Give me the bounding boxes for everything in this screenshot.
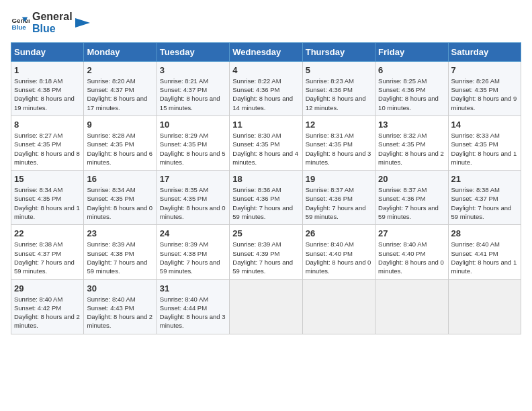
- day-cell: 26 Sunrise: 8:40 AM Sunset: 4:40 PM Dayl…: [302, 225, 375, 279]
- day-info: Sunrise: 8:25 AM Sunset: 4:36 PM Dayligh…: [378, 77, 445, 112]
- day-cell: 30 Sunrise: 8:40 AM Sunset: 4:43 PM Dayl…: [84, 279, 157, 334]
- calendar-table: SundayMondayTuesdayWednesdayThursdayFrid…: [11, 42, 521, 334]
- day-number: 17: [160, 174, 226, 184]
- day-cell: [302, 279, 375, 334]
- day-info: Sunrise: 8:33 AM Sunset: 4:35 PM Dayligh…: [451, 131, 518, 167]
- day-number: 5: [306, 65, 372, 75]
- day-number: 25: [232, 228, 299, 238]
- day-cell: 2 Sunrise: 8:20 AM Sunset: 4:37 PM Dayli…: [84, 61, 157, 116]
- day-cell: 25 Sunrise: 8:39 AM Sunset: 4:39 PM Dayl…: [230, 225, 302, 279]
- day-info: Sunrise: 8:20 AM Sunset: 4:37 PM Dayligh…: [87, 77, 153, 112]
- week-row-5: 29 Sunrise: 8:40 AM Sunset: 4:42 PM Dayl…: [11, 279, 521, 334]
- day-info: Sunrise: 8:40 AM Sunset: 4:40 PM Dayligh…: [378, 240, 445, 275]
- day-number: 27: [378, 228, 445, 238]
- day-cell: 15 Sunrise: 8:34 AM Sunset: 4:35 PM Dayl…: [11, 171, 84, 225]
- day-info: Sunrise: 8:27 AM Sunset: 4:35 PM Dayligh…: [14, 131, 81, 167]
- day-number: 22: [14, 228, 81, 238]
- day-number: 9: [87, 120, 153, 130]
- column-header-saturday: Saturday: [448, 42, 521, 61]
- day-cell: 27 Sunrise: 8:40 AM Sunset: 4:40 PM Dayl…: [375, 225, 448, 279]
- day-cell: 8 Sunrise: 8:27 AM Sunset: 4:35 PM Dayli…: [11, 116, 84, 170]
- week-row-3: 15 Sunrise: 8:34 AM Sunset: 4:35 PM Dayl…: [11, 171, 521, 225]
- day-info: Sunrise: 8:22 AM Sunset: 4:36 PM Dayligh…: [232, 77, 299, 112]
- day-info: Sunrise: 8:39 AM Sunset: 4:38 PM Dayligh…: [87, 240, 153, 275]
- day-info: Sunrise: 8:34 AM Sunset: 4:35 PM Dayligh…: [14, 185, 81, 221]
- svg-text:Blue: Blue: [11, 24, 26, 31]
- day-cell: [375, 279, 448, 334]
- day-cell: 7 Sunrise: 8:26 AM Sunset: 4:35 PM Dayli…: [448, 61, 521, 116]
- column-header-sunday: Sunday: [11, 42, 84, 61]
- day-number: 31: [160, 283, 226, 293]
- day-number: 24: [160, 228, 226, 238]
- day-cell: [230, 279, 302, 334]
- day-cell: 11 Sunrise: 8:30 AM Sunset: 4:35 PM Dayl…: [230, 116, 302, 170]
- day-cell: 5 Sunrise: 8:23 AM Sunset: 4:36 PM Dayli…: [302, 61, 375, 116]
- day-info: Sunrise: 8:39 AM Sunset: 4:38 PM Dayligh…: [160, 240, 226, 275]
- column-header-tuesday: Tuesday: [157, 42, 229, 61]
- day-info: Sunrise: 8:40 AM Sunset: 4:44 PM Dayligh…: [160, 295, 226, 330]
- day-info: Sunrise: 8:36 AM Sunset: 4:36 PM Dayligh…: [232, 185, 299, 221]
- day-info: Sunrise: 8:40 AM Sunset: 4:43 PM Dayligh…: [87, 295, 153, 330]
- day-info: Sunrise: 8:40 AM Sunset: 4:41 PM Dayligh…: [451, 240, 518, 275]
- day-cell: 4 Sunrise: 8:22 AM Sunset: 4:36 PM Dayli…: [230, 61, 302, 116]
- day-number: 4: [232, 65, 299, 75]
- day-number: 14: [451, 120, 518, 130]
- column-header-monday: Monday: [84, 42, 157, 61]
- logo-blue: Blue: [32, 23, 73, 35]
- day-cell: 29 Sunrise: 8:40 AM Sunset: 4:42 PM Dayl…: [11, 279, 84, 334]
- day-number: 8: [14, 120, 81, 130]
- day-cell: 6 Sunrise: 8:25 AM Sunset: 4:36 PM Dayli…: [375, 61, 448, 116]
- logo-icon: General Blue: [11, 13, 30, 32]
- day-info: Sunrise: 8:35 AM Sunset: 4:35 PM Dayligh…: [160, 185, 226, 221]
- day-info: Sunrise: 8:37 AM Sunset: 4:36 PM Dayligh…: [306, 185, 372, 221]
- day-info: Sunrise: 8:28 AM Sunset: 4:35 PM Dayligh…: [87, 131, 153, 167]
- day-cell: 18 Sunrise: 8:36 AM Sunset: 4:36 PM Dayl…: [230, 171, 302, 225]
- day-info: Sunrise: 8:23 AM Sunset: 4:36 PM Dayligh…: [306, 77, 372, 112]
- day-number: 16: [87, 174, 153, 184]
- day-info: Sunrise: 8:39 AM Sunset: 4:39 PM Dayligh…: [232, 240, 299, 275]
- day-number: 21: [451, 174, 518, 184]
- day-number: 15: [14, 174, 81, 184]
- day-info: Sunrise: 8:40 AM Sunset: 4:40 PM Dayligh…: [306, 240, 372, 275]
- day-number: 6: [378, 65, 445, 75]
- day-info: Sunrise: 8:38 AM Sunset: 4:37 PM Dayligh…: [14, 240, 81, 275]
- logo-arrow-icon: [75, 15, 90, 30]
- day-info: Sunrise: 8:21 AM Sunset: 4:37 PM Dayligh…: [160, 77, 226, 112]
- day-number: 12: [306, 120, 372, 130]
- day-cell: 28 Sunrise: 8:40 AM Sunset: 4:41 PM Dayl…: [448, 225, 521, 279]
- day-number: 11: [232, 120, 299, 130]
- day-cell: 23 Sunrise: 8:39 AM Sunset: 4:38 PM Dayl…: [84, 225, 157, 279]
- day-info: Sunrise: 8:32 AM Sunset: 4:35 PM Dayligh…: [378, 131, 445, 167]
- day-info: Sunrise: 8:30 AM Sunset: 4:35 PM Dayligh…: [232, 131, 299, 167]
- svg-marker-3: [75, 18, 90, 28]
- column-header-friday: Friday: [375, 42, 448, 61]
- day-info: Sunrise: 8:31 AM Sunset: 4:35 PM Dayligh…: [306, 131, 372, 167]
- day-number: 7: [451, 65, 518, 75]
- day-cell: 19 Sunrise: 8:37 AM Sunset: 4:36 PM Dayl…: [302, 171, 375, 225]
- day-number: 30: [87, 283, 153, 293]
- calendar-header-row: SundayMondayTuesdayWednesdayThursdayFrid…: [11, 42, 521, 61]
- day-cell: 10 Sunrise: 8:29 AM Sunset: 4:35 PM Dayl…: [157, 116, 229, 170]
- day-cell: 21 Sunrise: 8:38 AM Sunset: 4:37 PM Dayl…: [448, 171, 521, 225]
- day-number: 3: [160, 65, 226, 75]
- day-number: 28: [451, 228, 518, 238]
- day-number: 20: [378, 174, 445, 184]
- day-cell: 12 Sunrise: 8:31 AM Sunset: 4:35 PM Dayl…: [302, 116, 375, 170]
- day-cell: 22 Sunrise: 8:38 AM Sunset: 4:37 PM Dayl…: [11, 225, 84, 279]
- day-cell: 3 Sunrise: 8:21 AM Sunset: 4:37 PM Dayli…: [157, 61, 229, 116]
- week-row-1: 1 Sunrise: 8:18 AM Sunset: 4:38 PM Dayli…: [11, 61, 521, 116]
- day-number: 18: [232, 174, 299, 184]
- day-cell: 13 Sunrise: 8:32 AM Sunset: 4:35 PM Dayl…: [375, 116, 448, 170]
- day-info: Sunrise: 8:40 AM Sunset: 4:42 PM Dayligh…: [14, 295, 81, 330]
- week-row-4: 22 Sunrise: 8:38 AM Sunset: 4:37 PM Dayl…: [11, 225, 521, 279]
- day-cell: 17 Sunrise: 8:35 AM Sunset: 4:35 PM Dayl…: [157, 171, 229, 225]
- day-cell: [448, 279, 521, 334]
- day-number: 26: [306, 228, 372, 238]
- logo: General Blue General Blue: [11, 11, 90, 36]
- column-header-thursday: Thursday: [302, 42, 375, 61]
- day-number: 10: [160, 120, 226, 130]
- day-info: Sunrise: 8:26 AM Sunset: 4:35 PM Dayligh…: [451, 77, 518, 112]
- day-info: Sunrise: 8:37 AM Sunset: 4:36 PM Dayligh…: [378, 185, 445, 221]
- week-row-2: 8 Sunrise: 8:27 AM Sunset: 4:35 PM Dayli…: [11, 116, 521, 170]
- day-number: 23: [87, 228, 153, 238]
